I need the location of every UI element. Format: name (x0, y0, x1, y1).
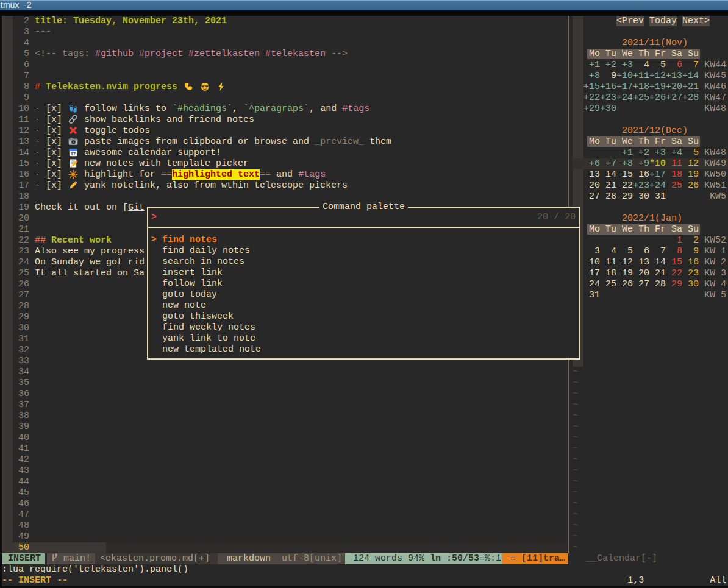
svg-text:17: 17 (71, 152, 76, 157)
